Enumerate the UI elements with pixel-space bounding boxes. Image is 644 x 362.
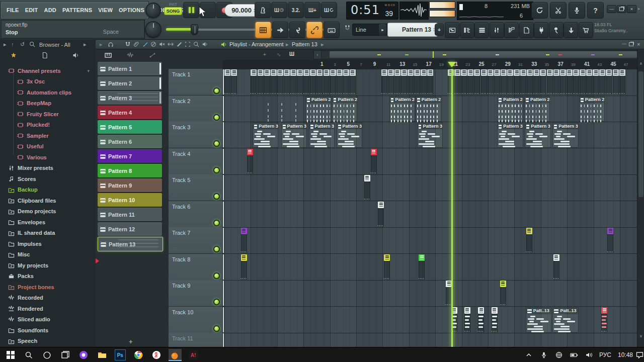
- pattern-clip[interactable]: [533, 69, 539, 95]
- button-plugin-database[interactable]: [534, 22, 548, 38]
- button-browser[interactable]: [504, 22, 519, 38]
- button-smart-disable[interactable]: [272, 22, 288, 38]
- tree-item-useful[interactable]: Useful: [0, 141, 95, 152]
- scrollbar-thumb[interactable]: [638, 71, 643, 197]
- pattern-clip[interactable]: [613, 69, 619, 95]
- tray-mic[interactable]: [538, 349, 549, 361]
- piano-icon[interactable]: Ш: [289, 51, 294, 57]
- pattern-clip[interactable]: Pattern 3: [497, 122, 523, 148]
- button-piano-roll[interactable]: [460, 22, 474, 38]
- pattern-clip[interactable]: Pattern 2: [389, 96, 415, 122]
- taskbar-start[interactable]: [4, 349, 17, 361]
- tree-item-il-shared-data[interactable]: IL shared data: [0, 228, 95, 238]
- shuttle-knob[interactable]: [145, 21, 162, 38]
- tree-item-impulses[interactable]: Impulses: [0, 238, 95, 249]
- pattern-clip[interactable]: [241, 254, 247, 280]
- pattern-clip[interactable]: [381, 69, 387, 95]
- timeline-ruler[interactable]: 1357911131517192123252729313335373941434…: [223, 60, 637, 69]
- scroll-left-button[interactable]: ‹: [313, 50, 321, 59]
- pattern-clip[interactable]: Pattern 2: [416, 96, 441, 122]
- pattern-clip[interactable]: Pattern 2: [332, 96, 358, 122]
- pattern-clip[interactable]: [264, 69, 270, 95]
- button-blend-recording[interactable]: Ш: [271, 2, 287, 18]
- tool-delete-icon[interactable]: [150, 41, 156, 47]
- menu-patterns[interactable]: PATTERNS: [59, 7, 95, 13]
- playhead-marker[interactable]: [448, 62, 456, 67]
- tool-mute-icon[interactable]: [159, 41, 165, 47]
- pattern-clip[interactable]: [247, 149, 253, 174]
- tray-language[interactable]: РУС: [599, 351, 616, 358]
- search-icon[interactable]: [29, 41, 35, 48]
- button-typing-to-piano[interactable]: Ш+: [304, 2, 320, 18]
- button-playlist[interactable]: [445, 22, 459, 38]
- window-restore-icon[interactable]: [629, 41, 633, 47]
- toolbar-expand-arrow[interactable]: ▸: [638, 6, 640, 11]
- pattern-clip[interactable]: [408, 69, 414, 95]
- pattern-row-12[interactable]: Pattern 12: [98, 222, 162, 236]
- track-options[interactable]: ···: [172, 247, 178, 251]
- pattern-clip[interactable]: [514, 69, 520, 95]
- tray-speaker[interactable]: [584, 349, 595, 361]
- playlist-titlebar[interactable]: ▸ Playlist - Arrangement ▸ Pattern 13 ▸ …: [96, 40, 644, 49]
- pattern-selector[interactable]: Pattern 13 ▲▼: [387, 23, 438, 37]
- button-help[interactable]: ?: [587, 2, 604, 19]
- tree-item-speech[interactable]: Speech: [0, 336, 95, 346]
- taskbar-flstudio[interactable]: [169, 349, 182, 361]
- pattern-clip[interactable]: [231, 69, 237, 95]
- pattern-clip[interactable]: [251, 69, 257, 95]
- vertical-scrollbar[interactable]: ∧ ∨: [637, 49, 644, 347]
- track-mute-led[interactable]: [213, 114, 220, 121]
- pattern-clip[interactable]: [494, 69, 500, 95]
- track-mute-led[interactable]: [213, 273, 220, 279]
- button-loop-recording[interactable]: Ш: [321, 2, 337, 18]
- taskbar-explorer[interactable]: [96, 349, 109, 361]
- tool-slice-icon[interactable]: [176, 41, 182, 47]
- pattern-row-7[interactable]: Pattern 7: [98, 149, 162, 163]
- pattern-clip[interactable]: [467, 69, 473, 95]
- track-mute-led[interactable]: [213, 167, 220, 173]
- pattern-clip[interactable]: Patt..13: [526, 307, 551, 333]
- track-header-4[interactable]: Track 4···: [169, 148, 223, 175]
- tool-zoom-icon[interactable]: [193, 41, 199, 47]
- pattern-clip[interactable]: [419, 254, 425, 280]
- taskbar-search[interactable]: [22, 349, 35, 361]
- minimize-button[interactable]: —: [607, 5, 616, 13]
- tree-item-3x-osc[interactable]: 3x Osc: [0, 76, 95, 87]
- pattern-clip[interactable]: [414, 69, 420, 95]
- track-header-6[interactable]: Track 6···: [169, 201, 223, 228]
- pattern-clip[interactable]: [593, 69, 599, 95]
- track-header-2[interactable]: Track 2···: [169, 96, 223, 122]
- track-options[interactable]: ···: [172, 88, 178, 93]
- window-close-icon[interactable]: ×: [637, 41, 640, 47]
- pattern-clip[interactable]: [461, 69, 467, 95]
- menu-options[interactable]: OPTIONS: [116, 7, 147, 13]
- tree-item-misc[interactable]: Misc: [0, 249, 95, 260]
- button-remote[interactable]: [549, 22, 564, 38]
- tree-item-automation-clips[interactable]: Automation clips: [0, 87, 95, 98]
- pattern-clip[interactable]: [310, 69, 316, 95]
- tree-item-channel-presets[interactable]: Channel presets▾: [0, 65, 95, 76]
- tree-item-scores[interactable]: Scores: [0, 173, 95, 184]
- browser-tab-files[interactable]: [41, 52, 49, 60]
- pattern-clip[interactable]: Pattern 3: [309, 122, 335, 148]
- pattern-clip[interactable]: [241, 228, 247, 253]
- tool-draw-icon[interactable]: [142, 41, 148, 47]
- pattern-clip[interactable]: [271, 69, 277, 95]
- pattern-clip[interactable]: [350, 69, 356, 95]
- pattern-clip[interactable]: Pattern 2: [579, 96, 605, 122]
- tree-item-fruity-slicer[interactable]: Fruity Slicer: [0, 109, 95, 119]
- scroll-down-button[interactable]: ∨: [637, 333, 644, 340]
- track-options[interactable]: ···: [172, 115, 178, 120]
- menu-file[interactable]: FILE: [4, 7, 22, 13]
- preview-speaker-icon[interactable]: [220, 41, 227, 48]
- pattern-clip[interactable]: [337, 69, 343, 95]
- pattern-clip[interactable]: [284, 69, 290, 95]
- pattern-row-3[interactable]: Pattern 3: [98, 91, 162, 105]
- pattern-prev-button[interactable]: ▸: [378, 24, 387, 36]
- tray-chevron-up[interactable]: [523, 349, 534, 361]
- browser-title[interactable]: Browser - All: [39, 42, 70, 48]
- main-volume-knob[interactable]: [145, 3, 161, 18]
- pattern-row-11[interactable]: Pattern 11: [98, 208, 162, 221]
- pattern-clip[interactable]: [492, 307, 498, 333]
- pattern-clip[interactable]: [526, 228, 532, 253]
